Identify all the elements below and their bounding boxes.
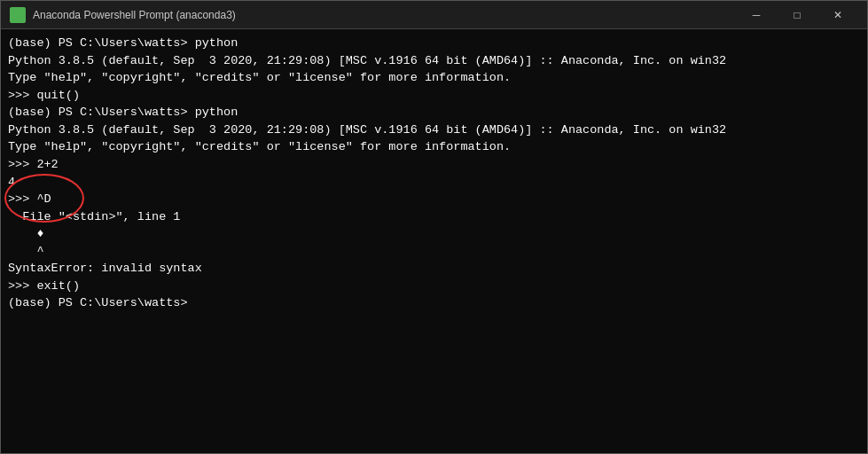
line-3: Type "help", "copyright", "credits" or "…: [8, 69, 860, 87]
terminal-body[interactable]: (base) PS C:\Users\watts> python Python …: [1, 29, 867, 453]
line-10: >>> ^D: [8, 191, 860, 208]
close-button[interactable]: ✕: [817, 1, 858, 29]
line-6: Python 3.8.5 (default, Sep 3 2020, 21:29…: [8, 121, 860, 139]
app-icon: [10, 7, 26, 23]
window: Anaconda Powershell Prompt (anaconda3) ─…: [0, 0, 868, 454]
line-9: 4: [8, 174, 860, 192]
line-4: >>> quit(): [8, 87, 860, 105]
titlebar: Anaconda Powershell Prompt (anaconda3) ─…: [1, 1, 867, 29]
line-13: ^: [8, 243, 860, 261]
maximize-button[interactable]: □: [777, 1, 817, 29]
line-15: >>> exit(): [8, 278, 860, 295]
window-title: Anaconda Powershell Prompt (anaconda3): [33, 9, 736, 21]
line-12: ♦: [8, 225, 860, 243]
line-2: Python 3.8.5 (default, Sep 3 2020, 21:29…: [8, 52, 860, 70]
window-controls: ─ □ ✕: [736, 1, 858, 29]
line-5: (base) PS C:\Users\watts> python: [8, 104, 860, 121]
line-1: (base) PS C:\Users\watts> python: [8, 35, 860, 52]
minimize-button[interactable]: ─: [736, 1, 777, 29]
line-16: (base) PS C:\Users\watts>: [8, 294, 860, 312]
line-11: File "<stdin>", line 1: [8, 208, 860, 226]
line-8: >>> 2+2: [8, 156, 860, 174]
line-14: SyntaxError: invalid syntax: [8, 260, 860, 278]
line-7: Type "help", "copyright", "credits" or "…: [8, 138, 860, 156]
